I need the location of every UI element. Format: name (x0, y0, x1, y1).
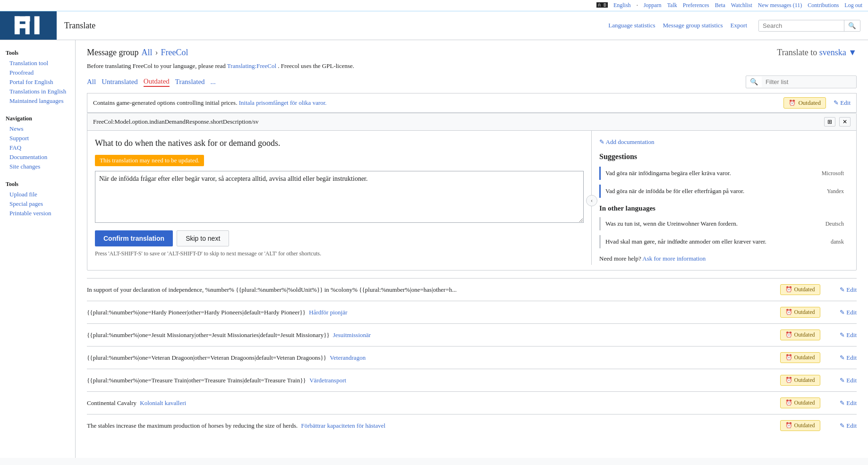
beta-link[interactable]: Beta (715, 2, 725, 9)
confirm-translation-button[interactable]: Confirm translation (95, 230, 173, 246)
language-statistics-link[interactable]: Language statistics (608, 22, 655, 29)
row-edit-3: ✎ Edit (828, 354, 857, 362)
row-translated-5: Kolonialt kavalleri (140, 399, 186, 406)
tab-translated[interactable]: Translated (175, 78, 205, 86)
header-title: Translate (64, 21, 95, 31)
other-lang-item-0: Was zu tun ist, wenn die Ureinwohner War… (599, 217, 849, 230)
tab-all[interactable]: All (87, 78, 96, 86)
new-messages-link[interactable]: New messages (11) (758, 2, 802, 9)
export-link[interactable]: Export (731, 22, 747, 29)
translate-to-language[interactable]: svenska ▼ (819, 48, 857, 57)
content-area: Message group All › FreeCol Translate to… (76, 40, 868, 458)
editor-controls: ⊞ ✕ (824, 117, 851, 127)
edit-row-2[interactable]: ✎ Edit (840, 331, 857, 338)
outdated-warning: This translation may need to be updated. (95, 155, 204, 166)
sidebar-item-proofread[interactable]: Proofread (0, 68, 75, 77)
edit-link[interactable]: ✎ Edit (834, 99, 851, 107)
edit-row-5[interactable]: ✎ Edit (840, 399, 857, 406)
breadcrumb-project[interactable]: FreeCol (161, 48, 188, 58)
row-text-0: In support of your declaration of indepe… (87, 286, 772, 294)
close-button[interactable]: ✕ (839, 117, 851, 127)
message-group-label: Message group (87, 48, 138, 58)
language-link[interactable]: English (613, 2, 631, 9)
sidebar-item-maintained-languages[interactable]: Maintained languages (0, 96, 75, 106)
translate-to: Translate to svenska ▼ (777, 48, 857, 58)
logout-link[interactable]: Log out (844, 2, 862, 9)
search-button[interactable]: 🔍 (844, 20, 860, 31)
edit-row-1[interactable]: ✎ Edit (840, 309, 857, 316)
watchlist-link[interactable]: Watchlist (731, 2, 752, 9)
sidebar-item-support[interactable]: Support (0, 134, 75, 143)
logo-area (0, 11, 57, 40)
message-group-statistics-link[interactable]: Message group statistics (663, 22, 723, 29)
clock-icon: ⏰ (785, 309, 792, 316)
other-lang-label-0: Deutsch (825, 220, 844, 228)
clock-icon: ⏰ (785, 331, 792, 338)
row-text-3: {{plural:%number%|one=Veteran Dragoon|ot… (87, 354, 772, 362)
sidebar-item-site-changes[interactable]: Site changes (0, 162, 75, 171)
clock-icon: ⏰ (785, 422, 792, 429)
preferences-link[interactable]: Preferences (683, 2, 709, 9)
sidebar-item-news[interactable]: News (0, 124, 75, 134)
edit-row-0[interactable]: ✎ Edit (840, 286, 857, 293)
language-icon: 🅰🅱 (596, 2, 608, 9)
row-translated-4: Värdetransport (309, 377, 346, 384)
table-row: {{plural:%number%|one=Veteran Dragoon|ot… (87, 346, 857, 369)
desc-text: Contains game-generated options controll… (93, 99, 327, 107)
description-bar: Contains game-generated options controll… (87, 93, 857, 113)
translating-freecol-link[interactable]: Translating:FreeCol (227, 62, 276, 69)
row-edit-2: ✎ Edit (828, 331, 857, 339)
row-badge-0: ⏰Outdated (772, 284, 828, 295)
sidebar-item-faq[interactable]: FAQ (0, 143, 75, 152)
source-text: What to do when the natives ask for or d… (95, 138, 584, 148)
search-box: 🔍 (758, 20, 860, 32)
editor-body: What to do when the natives ask for or d… (87, 131, 856, 270)
user-link[interactable]: Jopparn (644, 2, 662, 9)
sidebar-tools-title: Tools (0, 46, 75, 59)
filter-search-icon: 🔍 (746, 76, 762, 88)
other-languages-title: In other languages (599, 204, 849, 212)
tab-untranslated[interactable]: Untranslated (102, 78, 138, 86)
filter-search-input[interactable] (762, 76, 856, 87)
table-row: Continental Cavalry Kolonialt kavalleri … (87, 391, 857, 414)
clock-icon: ⏰ (785, 399, 792, 406)
table-row: {{plural:%number%|one=Hardy Pioneer|othe… (87, 301, 857, 323)
row-edit-4: ✎ Edit (828, 377, 857, 384)
tab-outdated[interactable]: Outdated (144, 77, 170, 87)
add-documentation-link[interactable]: ✎ Add documentation (599, 138, 849, 146)
table-row: {{plural:%number%|one=Jesuit Missionary|… (87, 323, 857, 346)
suggestion-item-1: Vad göra när de infödda be för eller eft… (599, 185, 849, 198)
sidebar-item-printable-version[interactable]: Printable version (0, 209, 75, 218)
row-badge-5: ⏰Outdated (772, 397, 828, 408)
sidebar-item-portal-english[interactable]: Portal for English (0, 77, 75, 87)
ask-for-info-link[interactable]: Ask for more information (642, 255, 706, 262)
row-badge-3: ⏰Outdated (772, 352, 828, 363)
sidebar-item-translations-english[interactable]: Translations in English (0, 87, 75, 96)
row-badge-1: ⏰Outdated (772, 307, 828, 318)
row-edit-1: ✎ Edit (828, 309, 857, 316)
edit-row-4[interactable]: ✎ Edit (840, 377, 857, 384)
intro-text: Before translating FreeCol to your langu… (87, 62, 857, 70)
site-header: Translate Language statistics Message gr… (0, 11, 868, 40)
collapse-panel-button[interactable]: ‹ (586, 195, 597, 206)
edit-row-3[interactable]: ✎ Edit (840, 354, 857, 361)
sidebar-item-upload-file[interactable]: Upload file (0, 190, 75, 199)
row-translated-1: Hårdför pionjär (309, 309, 347, 316)
translation-textarea[interactable]: När de infödda frågar efter eller begär … (95, 171, 584, 223)
translation-editor: FreeCol:Model.option.indianDemandRespons… (87, 113, 857, 271)
row-badge-2: ⏰Outdated (772, 330, 828, 340)
contributions-link[interactable]: Contributions (808, 2, 839, 9)
sidebar-item-documentation[interactable]: Documentation (0, 152, 75, 162)
other-lang-item-1: Hvad skal man gøre, når indfødte anmoder… (599, 235, 849, 248)
skip-to-next-button[interactable]: Skip to next (177, 230, 229, 246)
user-link-separator: · (637, 2, 638, 9)
breadcrumb-all[interactable]: All (141, 48, 152, 58)
edit-row-6[interactable]: ✎ Edit (840, 422, 857, 429)
sidebar-item-special-pages[interactable]: Special pages (0, 199, 75, 209)
talk-link[interactable]: Talk (667, 2, 677, 9)
sidebar-item-translation-tool[interactable]: Translation tool (0, 59, 75, 68)
tab-more[interactable]: ... (211, 78, 216, 86)
swedish-translation-link[interactable]: Initala prisomfånget för olika varor. (239, 99, 327, 106)
expand-button[interactable]: ⊞ (824, 117, 835, 127)
search-input[interactable] (759, 20, 844, 31)
